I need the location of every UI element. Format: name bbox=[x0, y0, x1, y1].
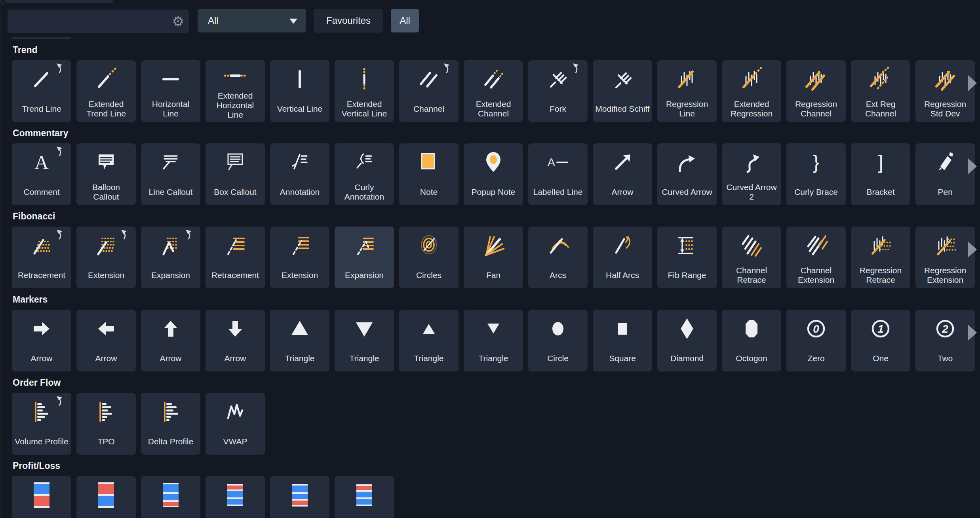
tool-tile-box-callout[interactable]: Box Callout bbox=[206, 143, 265, 205]
tool-tile-regression-extension[interactable]: Regression Extension bbox=[915, 227, 975, 288]
tool-tile-ext-reg-channel[interactable]: Ext Reg Channel bbox=[851, 60, 910, 122]
pen-icon bbox=[915, 143, 975, 181]
all-filter-button[interactable]: All bbox=[391, 9, 419, 32]
section-profitloss: Profit/Loss bbox=[0, 455, 980, 518]
tool-tile-volume-profile[interactable]: Volume Profile bbox=[12, 393, 71, 455]
tool-tile-arrow[interactable]: Arrow bbox=[12, 310, 71, 371]
tool-tile-annotation[interactable]: Annotation bbox=[270, 143, 329, 205]
tool-tile-retracement[interactable]: Retracement bbox=[12, 227, 71, 288]
tool-tile-label: Retracement bbox=[16, 265, 67, 288]
octogon-icon bbox=[722, 310, 781, 348]
tool-tile-octogon[interactable]: Octogon bbox=[722, 310, 781, 371]
tool-tile-arrow[interactable]: Arrow bbox=[141, 310, 200, 371]
tool-tile-pl[interactable] bbox=[206, 476, 265, 518]
tool-tile-line-callout[interactable]: Line Callout bbox=[141, 143, 200, 205]
tool-tile-curly-brace[interactable]: }Curly Brace bbox=[786, 143, 846, 205]
tool-tile-curved-arrow[interactable]: Curved Arrow bbox=[657, 143, 717, 205]
tool-tile-channel-retrace[interactable]: Channel Retrace bbox=[722, 227, 781, 288]
gear-icon[interactable]: ⚙ bbox=[172, 15, 184, 28]
tool-tile-one[interactable]: 1One bbox=[851, 310, 910, 371]
tool-tile-tpo[interactable]: TPO bbox=[76, 393, 136, 455]
arrow-right-icon bbox=[12, 310, 71, 348]
tool-tile-extended-vertical-line[interactable]: Extended Vertical Line bbox=[335, 60, 394, 122]
tool-tile-expansion[interactable]: Expansion bbox=[141, 227, 200, 288]
tool-tile-label: Curved Arrow bbox=[660, 181, 714, 205]
search-input[interactable] bbox=[8, 10, 189, 33]
tool-tile-triangle[interactable]: Triangle bbox=[335, 310, 394, 371]
scroll-right-arrow-icon[interactable] bbox=[968, 325, 977, 341]
tool-tile-fan[interactable]: Fan bbox=[464, 227, 523, 288]
tool-tile-two[interactable]: 2Two bbox=[915, 310, 975, 371]
tool-tile-regression-std-dev[interactable]: Regression Std Dev bbox=[915, 60, 975, 122]
tool-tile-regression-retrace[interactable]: Regression Retrace bbox=[851, 227, 910, 288]
tool-tile-arrow[interactable]: Arrow bbox=[206, 310, 265, 371]
tool-tile-label: Curved Arrow 2 bbox=[722, 181, 781, 205]
tool-tile-vwap[interactable]: VWAP bbox=[206, 393, 265, 455]
tool-tile-label: Circles bbox=[414, 265, 443, 288]
tool-tile-extended-regression[interactable]: Extended Regression bbox=[722, 60, 781, 122]
tool-tile-triangle[interactable]: Triangle bbox=[399, 310, 459, 371]
fib-retracement-icon bbox=[12, 227, 71, 265]
tool-tile-label: Line Callout bbox=[147, 181, 195, 205]
tool-tile-circle[interactable]: Circle bbox=[528, 310, 588, 371]
scroll-right-arrow-icon[interactable] bbox=[968, 75, 977, 91]
tool-tile-diamond[interactable]: Diamond bbox=[657, 310, 717, 371]
tool-tile-extended-horizontal-line[interactable]: Extended Horizontal Line bbox=[206, 60, 265, 122]
tool-tile-curved-arrow-2[interactable]: Curved Arrow 2 bbox=[722, 143, 781, 205]
tool-tile-note[interactable]: Note bbox=[399, 143, 459, 205]
scroll-right-arrow-icon[interactable] bbox=[968, 158, 977, 174]
tool-tile-label: Retracement bbox=[209, 265, 261, 288]
tool-tile-labelled-line[interactable]: ALabelled Line bbox=[528, 143, 588, 205]
tool-tile-fork[interactable]: Fork bbox=[528, 60, 588, 122]
category-dropdown[interactable]: All bbox=[198, 9, 306, 32]
tool-tile-expansion[interactable]: Expansion bbox=[335, 227, 394, 288]
tool-tile-horizontal-line[interactable]: Horizontal Line bbox=[141, 60, 200, 122]
section-commentary: CommentaryACommentBalloon CalloutLine Ca… bbox=[0, 122, 980, 205]
tool-tile-extension[interactable]: Extension bbox=[76, 227, 136, 288]
tool-tile-label: Channel Extension bbox=[786, 265, 846, 288]
section-title-orderflow: Order Flow bbox=[13, 377, 980, 388]
tool-tile-regression-channel[interactable]: Regression Channel bbox=[786, 60, 846, 122]
tool-tile-pl[interactable] bbox=[270, 476, 329, 518]
tool-tile-label: Modified Schiff bbox=[593, 98, 651, 122]
tool-tile-pl[interactable] bbox=[12, 476, 71, 518]
tool-tile-regression-line[interactable]: Regression Line bbox=[657, 60, 717, 122]
tool-tile-pl[interactable] bbox=[141, 476, 200, 518]
tool-tile-channel[interactable]: Channel bbox=[399, 60, 459, 122]
corner-arrow-icon bbox=[55, 395, 63, 408]
scroll-right-arrow-icon[interactable] bbox=[968, 242, 977, 257]
tool-tile-half-arcs[interactable]: Half Arcs bbox=[593, 227, 652, 288]
tool-tile-retracement[interactable]: Retracement bbox=[206, 227, 265, 288]
tool-tile-delta-profile[interactable]: Delta Profile bbox=[141, 393, 200, 455]
section-title-markers: Markers bbox=[13, 294, 980, 305]
tool-tile-modified-schiff[interactable]: Modified Schiff bbox=[593, 60, 652, 122]
tool-tile-channel-extension[interactable]: Channel Extension bbox=[786, 227, 846, 288]
tool-tile-popup-note[interactable]: Popup Note bbox=[464, 143, 523, 205]
tool-tile-pl[interactable] bbox=[76, 476, 136, 518]
tool-tile-extended-channel[interactable]: Extended Channel bbox=[464, 60, 523, 122]
tool-tile-triangle[interactable]: Triangle bbox=[464, 310, 523, 371]
tool-tile-comment[interactable]: AComment bbox=[12, 143, 71, 205]
tool-tile-triangle[interactable]: Triangle bbox=[270, 310, 329, 371]
tool-tile-arcs[interactable]: Arcs bbox=[528, 227, 588, 288]
tool-tile-extension[interactable]: Extension bbox=[270, 227, 329, 288]
tool-tile-zero[interactable]: 0Zero bbox=[786, 310, 846, 371]
tool-tile-label: VWAP bbox=[221, 431, 249, 455]
tool-tile-arrow[interactable]: Arrow bbox=[593, 143, 652, 205]
tool-tile-curly-annotation[interactable]: Curly Annotation bbox=[335, 143, 394, 205]
popup-note-icon bbox=[464, 143, 523, 181]
tool-tile-pl[interactable] bbox=[335, 476, 394, 518]
favourites-button[interactable]: Favourites bbox=[314, 9, 382, 32]
tool-tile-extended-trend-line[interactable]: Extended Trend Line bbox=[76, 60, 136, 122]
tool-tile-bracket[interactable]: ]Bracket bbox=[851, 143, 910, 205]
tool-tile-label: Volume Profile bbox=[13, 431, 70, 455]
tool-tile-square[interactable]: Square bbox=[593, 310, 652, 371]
tool-tile-balloon-callout[interactable]: Balloon Callout bbox=[76, 143, 136, 205]
tool-tile-fib-range[interactable]: Fib Range bbox=[657, 227, 717, 288]
tool-tile-arrow[interactable]: Arrow bbox=[76, 310, 136, 371]
tool-tile-circles[interactable]: Circles bbox=[399, 227, 459, 288]
tool-tile-vertical-line[interactable]: Vertical Line bbox=[270, 60, 329, 122]
tool-tile-trend-line[interactable]: Trend Line bbox=[12, 60, 71, 122]
regression-std-dev-icon bbox=[915, 60, 975, 98]
tool-tile-pen[interactable]: Pen bbox=[915, 143, 975, 205]
